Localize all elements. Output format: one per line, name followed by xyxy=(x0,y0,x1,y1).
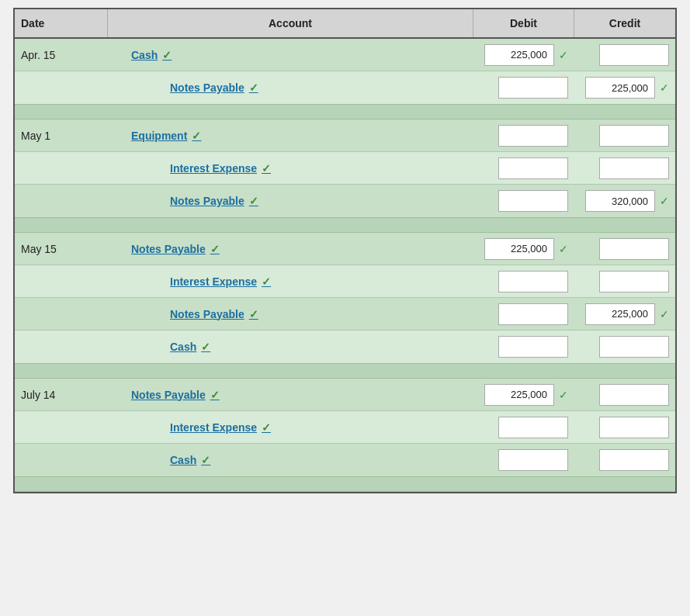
section-gap xyxy=(15,217,675,233)
header-debit: Debit xyxy=(473,9,574,37)
date-empty xyxy=(15,342,108,351)
table-row: Notes Payable ✓ 225,000 ✓ xyxy=(15,71,675,104)
account-label: Cash xyxy=(170,454,196,466)
section-gap xyxy=(15,104,675,119)
credit-cell xyxy=(574,122,675,150)
credit-input[interactable] xyxy=(599,125,669,147)
debit-cell xyxy=(473,74,574,102)
account-notes-payable-may15a[interactable]: Notes Payable ✓ xyxy=(108,238,473,260)
table-row: Notes Payable ✓ 225,000 ✓ xyxy=(15,298,675,330)
credit-check-icon: ✓ xyxy=(660,308,669,320)
debit-cell xyxy=(473,154,574,182)
table-row: Interest Expense ✓ xyxy=(15,411,675,444)
credit-check-icon: ✓ xyxy=(660,195,669,207)
check-icon: ✓ xyxy=(210,243,220,255)
credit-cell xyxy=(574,414,675,441)
credit-cell xyxy=(574,235,675,263)
account-label: Notes Payable xyxy=(170,81,244,94)
debit-cell xyxy=(473,414,574,441)
credit-cell xyxy=(574,154,675,182)
table-row: Notes Payable ✓ 320,000 ✓ xyxy=(15,185,675,217)
debit-input[interactable] xyxy=(498,125,568,147)
check-icon: ✓ xyxy=(201,341,210,353)
account-notes-payable-may15b[interactable]: Notes Payable ✓ xyxy=(108,303,473,325)
debit-input[interactable] xyxy=(498,157,568,179)
check-icon: ✓ xyxy=(162,49,172,61)
credit-input[interactable] xyxy=(599,157,669,179)
credit-input[interactable]: 225,000 xyxy=(585,303,655,325)
account-notes-payable-may1[interactable]: Notes Payable ✓ xyxy=(108,190,473,212)
account-label: Notes Payable xyxy=(131,243,206,255)
table-row: May 15 Notes Payable ✓ 225,000 ✓ xyxy=(15,233,675,265)
account-label: Cash xyxy=(131,49,158,61)
credit-input[interactable]: 225,000 xyxy=(585,77,655,99)
table-row: Cash ✓ xyxy=(15,444,675,476)
credit-input[interactable] xyxy=(599,238,669,260)
credit-input[interactable] xyxy=(599,384,669,406)
table-row: Apr. 15 Cash ✓ 225,000 ✓ xyxy=(15,39,675,71)
credit-input[interactable] xyxy=(599,417,669,438)
debit-cell xyxy=(473,446,574,474)
account-label: Notes Payable xyxy=(170,195,244,207)
account-label: Interest Expense xyxy=(170,421,257,434)
table-row: Interest Expense ✓ xyxy=(15,265,675,298)
credit-cell: 225,000 ✓ xyxy=(574,74,675,102)
check-icon: ✓ xyxy=(249,81,258,94)
debit-check-icon: ✓ xyxy=(559,243,568,255)
date-apr15: Apr. 15 xyxy=(15,44,108,66)
date-empty xyxy=(15,196,108,206)
account-cash-apr15[interactable]: Cash ✓ xyxy=(108,44,473,66)
debit-input[interactable]: 225,000 xyxy=(484,384,554,406)
account-label: Interest Expense xyxy=(170,275,257,288)
debit-input[interactable] xyxy=(498,303,568,325)
debit-input[interactable]: 225,000 xyxy=(484,44,554,66)
debit-cell xyxy=(473,333,574,361)
credit-input[interactable] xyxy=(599,44,669,66)
debit-check-icon: ✓ xyxy=(559,389,568,401)
section-july14: July 14 Notes Payable ✓ 225,000 ✓ Intere… xyxy=(15,379,675,476)
check-icon: ✓ xyxy=(262,421,271,434)
credit-input[interactable] xyxy=(599,336,669,358)
section-may15: May 15 Notes Payable ✓ 225,000 ✓ Interes… xyxy=(15,233,675,363)
debit-cell xyxy=(473,268,574,296)
account-cash-may15[interactable]: Cash ✓ xyxy=(108,336,473,358)
account-interest-expense-july14[interactable]: Interest Expense ✓ xyxy=(108,417,473,438)
debit-input[interactable] xyxy=(498,449,568,471)
debit-cell xyxy=(473,300,574,328)
debit-input[interactable]: 225,000 xyxy=(484,238,554,260)
table-header: Date Account Debit Credit xyxy=(15,9,675,39)
check-icon: ✓ xyxy=(201,454,210,466)
account-interest-expense-may1[interactable]: Interest Expense ✓ xyxy=(108,157,473,179)
header-account: Account xyxy=(108,9,473,37)
account-interest-expense-may15[interactable]: Interest Expense ✓ xyxy=(108,271,473,292)
table-row: May 1 Equipment ✓ xyxy=(15,119,675,152)
debit-input[interactable] xyxy=(498,271,568,292)
account-equipment[interactable]: Equipment ✓ xyxy=(108,125,473,147)
credit-cell: 320,000 ✓ xyxy=(574,187,675,215)
account-notes-payable-july14[interactable]: Notes Payable ✓ xyxy=(108,384,473,406)
date-empty xyxy=(15,423,108,432)
credit-input[interactable] xyxy=(599,271,669,292)
debit-cell xyxy=(473,187,574,215)
account-label: Notes Payable xyxy=(170,308,244,320)
debit-cell: 225,000 ✓ xyxy=(473,235,574,263)
debit-input[interactable] xyxy=(498,190,568,212)
debit-cell xyxy=(473,122,574,150)
debit-input[interactable] xyxy=(498,77,568,99)
credit-cell xyxy=(574,41,675,69)
check-icon: ✓ xyxy=(249,195,258,207)
section-may1: May 1 Equipment ✓ Interest Expense ✓ xyxy=(15,119,675,217)
check-icon: ✓ xyxy=(210,389,220,401)
account-cash-july14[interactable]: Cash ✓ xyxy=(108,449,473,471)
credit-check-icon: ✓ xyxy=(660,81,669,94)
debit-input[interactable] xyxy=(498,417,568,438)
credit-input[interactable] xyxy=(599,449,669,471)
table-row: Interest Expense ✓ xyxy=(15,152,675,185)
credit-input[interactable]: 320,000 xyxy=(585,190,655,212)
date-empty xyxy=(15,277,108,286)
account-notes-payable-apr15[interactable]: Notes Payable ✓ xyxy=(108,77,473,99)
date-empty xyxy=(15,310,108,319)
check-icon: ✓ xyxy=(192,130,201,142)
debit-input[interactable] xyxy=(498,336,568,358)
debit-cell: 225,000 ✓ xyxy=(473,41,574,69)
